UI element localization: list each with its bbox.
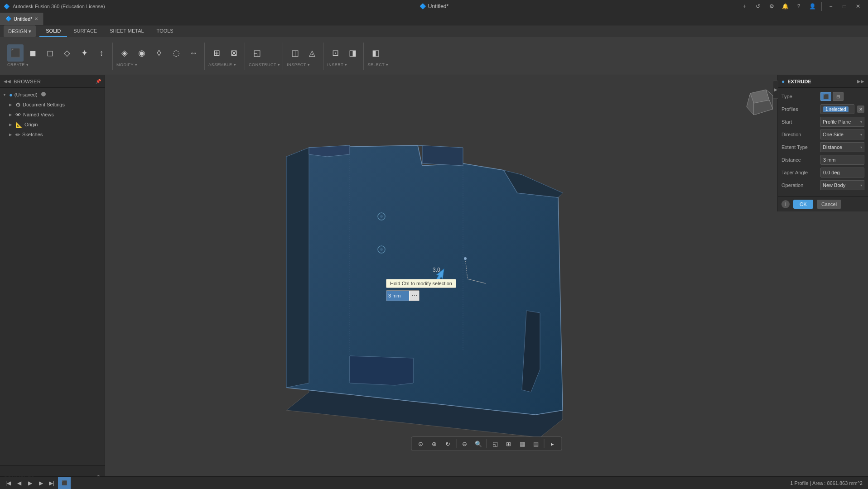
app-title: Autodesk Fusion 360 (Education License) bbox=[13, 4, 105, 9]
tab-sheet-metal[interactable]: SHEET METAL bbox=[103, 25, 150, 37]
browser-pin-icon[interactable]: 📌 bbox=[96, 79, 101, 84]
modify-label: MODIFY ▾ bbox=[116, 62, 137, 68]
new-tab-button[interactable]: + bbox=[738, 0, 751, 13]
construct-label: CONSTRUCT ▾ bbox=[249, 62, 280, 68]
bt-pan-icon[interactable]: ⊙ bbox=[415, 438, 427, 449]
extrude-info-icon[interactable]: i bbox=[781, 200, 790, 208]
bt-orbit-icon[interactable]: ⊕ bbox=[428, 438, 441, 449]
extrude-extent-dropdown[interactable]: Distance ▾ bbox=[820, 142, 864, 152]
design-button[interactable]: DESIGN ▾ bbox=[4, 25, 36, 37]
titlebar-left: 🔷 Autodesk Fusion 360 (Education License… bbox=[4, 4, 105, 10]
extrude-start-dropdown[interactable]: Profile Plane ▾ bbox=[820, 117, 864, 127]
bt-display-style-icon[interactable]: ⊞ bbox=[502, 438, 515, 449]
bt-display-mode-icon[interactable]: ◱ bbox=[489, 438, 502, 449]
assemble-new-icon[interactable]: ⊞ bbox=[208, 44, 225, 62]
extrude-operation-dropdown[interactable]: New Body ▾ bbox=[820, 180, 864, 190]
distance-input-box[interactable]: 3 mm ⋯ bbox=[386, 290, 420, 301]
main-canvas[interactable]: 3.0 Hold Ctrl to modify selection 3 mm ⋯… bbox=[105, 75, 868, 465]
insert-dxf-icon[interactable]: ◨ bbox=[344, 44, 361, 62]
timeline-thumb[interactable]: ⬛ bbox=[58, 477, 71, 489]
insert-svg-icon[interactable]: ⊡ bbox=[327, 44, 343, 62]
create-more-icon[interactable]: ↕ bbox=[93, 44, 110, 62]
inspect-measure-icon[interactable]: ◫ bbox=[287, 44, 303, 62]
extrude-taper-value[interactable]: 0.0 deg bbox=[820, 168, 864, 177]
viewcube[interactable] bbox=[741, 84, 773, 116]
modify-chamfer-icon[interactable]: ◊ bbox=[151, 44, 167, 62]
tree-item-namedviews[interactable]: ▶ 👁 Named Views bbox=[0, 110, 105, 120]
toolbar-icons: ⬛ ◼ ◻ ◇ ✦ ↕ CREATE ▾ bbox=[0, 37, 868, 75]
modify-fillet-icon[interactable]: ◉ bbox=[134, 44, 150, 62]
extrude-profiles-remove[interactable]: ✕ bbox=[857, 105, 864, 113]
account-button[interactable]: 👤 bbox=[806, 0, 819, 13]
bt-grid-icon[interactable]: ▦ bbox=[516, 438, 529, 449]
distance-input-field[interactable]: 3 mm bbox=[386, 291, 409, 301]
app-logo-icon: 🔷 bbox=[4, 4, 10, 10]
inspect-group: ◫ ◬ INSPECT ▾ bbox=[284, 43, 323, 70]
tree-item-root[interactable]: ▼ ● (Unsaved) bbox=[0, 90, 105, 100]
extrude-cancel-button[interactable]: Cancel bbox=[817, 200, 841, 209]
play-end-button[interactable]: ▶| bbox=[47, 479, 56, 488]
tree-item-sketches[interactable]: ▶ ✏ Sketches bbox=[0, 129, 105, 139]
extrude-profiles-value[interactable]: 1 selected bbox=[820, 104, 854, 114]
extrude-pin-icon[interactable]: ▶▶ bbox=[857, 79, 864, 84]
extrude-start-value: Profile Plane bbox=[823, 119, 851, 125]
tree-item-origin[interactable]: ▶ 📐 Origin bbox=[0, 120, 105, 129]
type-thin-icon[interactable]: ⊟ bbox=[833, 92, 844, 101]
tab-surface[interactable]: SURFACE bbox=[67, 25, 103, 37]
create-revolve-icon[interactable]: ◼ bbox=[24, 44, 41, 62]
play-beginning-button[interactable]: |◀ bbox=[4, 479, 13, 488]
select-icon[interactable]: ◧ bbox=[367, 44, 384, 62]
tab-untitled[interactable]: 🔷 Untitled* ✕ bbox=[0, 13, 44, 25]
settings-button[interactable]: ⚙ bbox=[765, 0, 778, 13]
construct-group: ◱ CONSTRUCT ▾ bbox=[246, 43, 283, 70]
create-extrude-icon[interactable]: ⬛ bbox=[7, 44, 24, 62]
refresh-button[interactable]: ↺ bbox=[752, 0, 764, 13]
inspect-zebra-icon[interactable]: ◬ bbox=[304, 44, 320, 62]
modify-shell-icon[interactable]: ◌ bbox=[168, 44, 184, 62]
tree-icon-root: ● bbox=[9, 91, 13, 98]
tab-close-icon[interactable]: ✕ bbox=[34, 16, 38, 21]
tab-tools[interactable]: TOOLS bbox=[150, 25, 180, 37]
tree-icon-namedviews: 👁 bbox=[15, 111, 21, 118]
type-solid-icon[interactable]: ⬛ bbox=[820, 92, 831, 101]
extrude-direction-dropdown[interactable]: One Side ▾ bbox=[820, 129, 864, 139]
bt-zoom-fit-icon[interactable]: ↻ bbox=[442, 438, 454, 449]
close-button[interactable]: ✕ bbox=[852, 0, 864, 13]
bt-zoom-out-icon[interactable]: 🔍 bbox=[472, 438, 485, 449]
minimize-button[interactable]: − bbox=[825, 0, 837, 13]
bt-more-icon[interactable]: ▤ bbox=[530, 438, 542, 449]
extrude-taper-label: Taper Angle bbox=[781, 170, 818, 175]
svg-marker-2 bbox=[286, 148, 309, 388]
extrude-panel: ● EXTRUDE ▶▶ Type ⬛ ⊟ Profiles 1 selecte… bbox=[777, 75, 868, 211]
tree-icon-origin: 📐 bbox=[15, 121, 23, 128]
browser-title: BROWSER bbox=[14, 79, 93, 84]
help-button[interactable]: ? bbox=[792, 0, 805, 13]
extrude-ok-button[interactable]: OK bbox=[793, 200, 813, 209]
bt-zoom-in-icon[interactable]: ⊖ bbox=[458, 438, 471, 449]
extrude-distance-row: Distance 3 mm bbox=[781, 154, 864, 166]
modify-group: ◈ ◉ ◊ ◌ ↔ MODIFY ▾ bbox=[114, 43, 205, 70]
modify-scale-icon[interactable]: ↔ bbox=[185, 44, 202, 62]
extrude-distance-value[interactable]: 3 mm bbox=[820, 155, 864, 165]
create-loft-icon[interactable]: ◇ bbox=[59, 44, 75, 62]
svg-text:3.0: 3.0 bbox=[433, 267, 440, 273]
modify-press-pull-icon[interactable]: ◈ bbox=[116, 44, 133, 62]
play-next-button[interactable]: ▶ bbox=[36, 479, 45, 488]
construct-plane-icon[interactable]: ◱ bbox=[249, 44, 265, 62]
bell-button[interactable]: 🔔 bbox=[779, 0, 791, 13]
extrude-panel-collapse[interactable]: ▶ bbox=[773, 81, 778, 99]
extrude-taper-row: Taper Angle 0.0 deg bbox=[781, 167, 864, 178]
maximize-button[interactable]: □ bbox=[838, 0, 851, 13]
bt-extra-icon[interactable]: ▸ bbox=[546, 438, 559, 449]
tooltip: Hold Ctrl to modify selection bbox=[386, 279, 456, 288]
play-button[interactable]: ▶ bbox=[25, 479, 34, 488]
tab-solid[interactable]: SOLID bbox=[39, 25, 67, 37]
play-prev-button[interactable]: ◀ bbox=[14, 479, 24, 488]
tree-item-docsettings[interactable]: ▶ ⚙ Document Settings bbox=[0, 100, 105, 110]
tree-arrow-origin: ▶ bbox=[9, 123, 14, 127]
assemble-joint-icon[interactable]: ⊠ bbox=[226, 44, 242, 62]
browser-collapse-left[interactable]: ◀◀ bbox=[4, 79, 11, 84]
create-box-icon[interactable]: ✦ bbox=[76, 44, 92, 62]
create-sweep-icon[interactable]: ◻ bbox=[42, 44, 58, 62]
input-more-button[interactable]: ⋯ bbox=[410, 291, 419, 301]
